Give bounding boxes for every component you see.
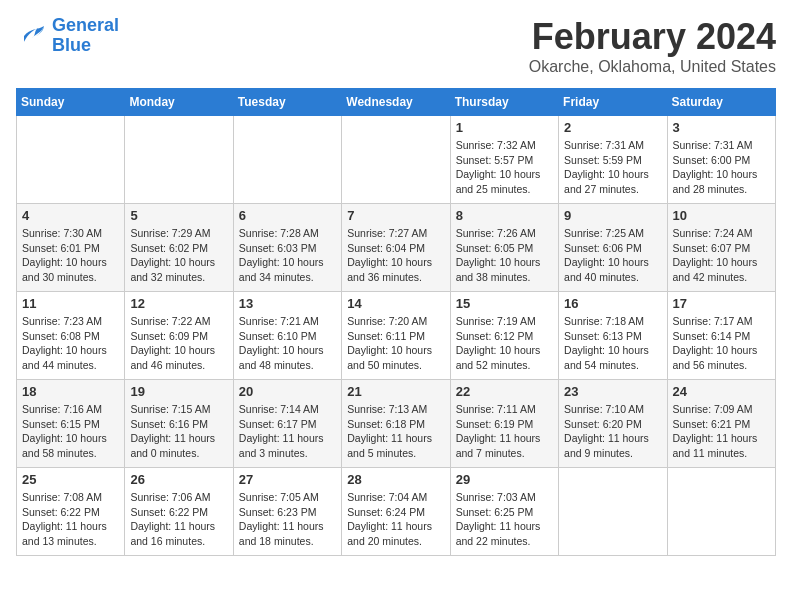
day-info: Sunrise: 7:08 AMSunset: 6:22 PMDaylight:… [22, 490, 119, 549]
calendar-cell: 24Sunrise: 7:09 AMSunset: 6:21 PMDayligh… [667, 380, 775, 468]
calendar-cell: 1Sunrise: 7:32 AMSunset: 5:57 PMDaylight… [450, 116, 558, 204]
calendar-cell [667, 468, 775, 556]
calendar-week-row: 18Sunrise: 7:16 AMSunset: 6:15 PMDayligh… [17, 380, 776, 468]
month-title: February 2024 [529, 16, 776, 58]
day-info: Sunrise: 7:21 AMSunset: 6:10 PMDaylight:… [239, 314, 336, 373]
weekday-header: Sunday [17, 89, 125, 116]
calendar-cell: 7Sunrise: 7:27 AMSunset: 6:04 PMDaylight… [342, 204, 450, 292]
calendar-week-row: 4Sunrise: 7:30 AMSunset: 6:01 PMDaylight… [17, 204, 776, 292]
day-info: Sunrise: 7:26 AMSunset: 6:05 PMDaylight:… [456, 226, 553, 285]
day-info: Sunrise: 7:06 AMSunset: 6:22 PMDaylight:… [130, 490, 227, 549]
day-info: Sunrise: 7:31 AMSunset: 6:00 PMDaylight:… [673, 138, 770, 197]
calendar-header-row: SundayMondayTuesdayWednesdayThursdayFrid… [17, 89, 776, 116]
calendar-cell: 6Sunrise: 7:28 AMSunset: 6:03 PMDaylight… [233, 204, 341, 292]
calendar-cell: 11Sunrise: 7:23 AMSunset: 6:08 PMDayligh… [17, 292, 125, 380]
calendar-cell: 27Sunrise: 7:05 AMSunset: 6:23 PMDayligh… [233, 468, 341, 556]
calendar-cell [559, 468, 667, 556]
day-info: Sunrise: 7:10 AMSunset: 6:20 PMDaylight:… [564, 402, 661, 461]
day-info: Sunrise: 7:03 AMSunset: 6:25 PMDaylight:… [456, 490, 553, 549]
day-number: 6 [239, 208, 336, 223]
calendar-cell: 12Sunrise: 7:22 AMSunset: 6:09 PMDayligh… [125, 292, 233, 380]
calendar-cell: 13Sunrise: 7:21 AMSunset: 6:10 PMDayligh… [233, 292, 341, 380]
calendar-week-row: 25Sunrise: 7:08 AMSunset: 6:22 PMDayligh… [17, 468, 776, 556]
calendar-cell: 20Sunrise: 7:14 AMSunset: 6:17 PMDayligh… [233, 380, 341, 468]
calendar-cell: 15Sunrise: 7:19 AMSunset: 6:12 PMDayligh… [450, 292, 558, 380]
day-number: 5 [130, 208, 227, 223]
calendar-cell [125, 116, 233, 204]
calendar-week-row: 11Sunrise: 7:23 AMSunset: 6:08 PMDayligh… [17, 292, 776, 380]
day-number: 18 [22, 384, 119, 399]
calendar-cell: 19Sunrise: 7:15 AMSunset: 6:16 PMDayligh… [125, 380, 233, 468]
weekday-header: Saturday [667, 89, 775, 116]
day-info: Sunrise: 7:32 AMSunset: 5:57 PMDaylight:… [456, 138, 553, 197]
logo: General Blue [16, 16, 119, 56]
day-number: 10 [673, 208, 770, 223]
weekday-header: Friday [559, 89, 667, 116]
calendar-cell [233, 116, 341, 204]
day-number: 19 [130, 384, 227, 399]
day-info: Sunrise: 7:14 AMSunset: 6:17 PMDaylight:… [239, 402, 336, 461]
day-number: 26 [130, 472, 227, 487]
day-info: Sunrise: 7:18 AMSunset: 6:13 PMDaylight:… [564, 314, 661, 373]
day-number: 11 [22, 296, 119, 311]
day-number: 12 [130, 296, 227, 311]
day-number: 23 [564, 384, 661, 399]
calendar-cell: 10Sunrise: 7:24 AMSunset: 6:07 PMDayligh… [667, 204, 775, 292]
calendar-cell: 25Sunrise: 7:08 AMSunset: 6:22 PMDayligh… [17, 468, 125, 556]
day-info: Sunrise: 7:22 AMSunset: 6:09 PMDaylight:… [130, 314, 227, 373]
day-info: Sunrise: 7:19 AMSunset: 6:12 PMDaylight:… [456, 314, 553, 373]
day-number: 1 [456, 120, 553, 135]
day-info: Sunrise: 7:29 AMSunset: 6:02 PMDaylight:… [130, 226, 227, 285]
day-number: 29 [456, 472, 553, 487]
day-number: 17 [673, 296, 770, 311]
weekday-header: Tuesday [233, 89, 341, 116]
day-number: 3 [673, 120, 770, 135]
calendar-week-row: 1Sunrise: 7:32 AMSunset: 5:57 PMDaylight… [17, 116, 776, 204]
day-info: Sunrise: 7:15 AMSunset: 6:16 PMDaylight:… [130, 402, 227, 461]
day-number: 8 [456, 208, 553, 223]
logo-bird-icon [16, 22, 48, 50]
weekday-header: Wednesday [342, 89, 450, 116]
location-title: Okarche, Oklahoma, United States [529, 58, 776, 76]
day-info: Sunrise: 7:24 AMSunset: 6:07 PMDaylight:… [673, 226, 770, 285]
day-info: Sunrise: 7:04 AMSunset: 6:24 PMDaylight:… [347, 490, 444, 549]
day-number: 16 [564, 296, 661, 311]
calendar-cell: 21Sunrise: 7:13 AMSunset: 6:18 PMDayligh… [342, 380, 450, 468]
calendar-cell [17, 116, 125, 204]
day-info: Sunrise: 7:30 AMSunset: 6:01 PMDaylight:… [22, 226, 119, 285]
day-info: Sunrise: 7:20 AMSunset: 6:11 PMDaylight:… [347, 314, 444, 373]
calendar-cell: 14Sunrise: 7:20 AMSunset: 6:11 PMDayligh… [342, 292, 450, 380]
day-number: 15 [456, 296, 553, 311]
calendar-cell: 28Sunrise: 7:04 AMSunset: 6:24 PMDayligh… [342, 468, 450, 556]
day-number: 24 [673, 384, 770, 399]
calendar-cell: 18Sunrise: 7:16 AMSunset: 6:15 PMDayligh… [17, 380, 125, 468]
calendar-cell: 26Sunrise: 7:06 AMSunset: 6:22 PMDayligh… [125, 468, 233, 556]
day-number: 14 [347, 296, 444, 311]
day-number: 7 [347, 208, 444, 223]
calendar-cell: 2Sunrise: 7:31 AMSunset: 5:59 PMDaylight… [559, 116, 667, 204]
day-info: Sunrise: 7:17 AMSunset: 6:14 PMDaylight:… [673, 314, 770, 373]
calendar-cell: 29Sunrise: 7:03 AMSunset: 6:25 PMDayligh… [450, 468, 558, 556]
day-info: Sunrise: 7:23 AMSunset: 6:08 PMDaylight:… [22, 314, 119, 373]
day-info: Sunrise: 7:25 AMSunset: 6:06 PMDaylight:… [564, 226, 661, 285]
day-info: Sunrise: 7:27 AMSunset: 6:04 PMDaylight:… [347, 226, 444, 285]
day-number: 22 [456, 384, 553, 399]
day-number: 13 [239, 296, 336, 311]
calendar-cell: 17Sunrise: 7:17 AMSunset: 6:14 PMDayligh… [667, 292, 775, 380]
title-block: February 2024 Okarche, Oklahoma, United … [529, 16, 776, 76]
calendar-cell: 3Sunrise: 7:31 AMSunset: 6:00 PMDaylight… [667, 116, 775, 204]
weekday-header: Monday [125, 89, 233, 116]
calendar-cell: 16Sunrise: 7:18 AMSunset: 6:13 PMDayligh… [559, 292, 667, 380]
page-header: General Blue February 2024 Okarche, Okla… [16, 16, 776, 76]
calendar-cell [342, 116, 450, 204]
day-number: 4 [22, 208, 119, 223]
day-number: 28 [347, 472, 444, 487]
day-number: 27 [239, 472, 336, 487]
day-info: Sunrise: 7:13 AMSunset: 6:18 PMDaylight:… [347, 402, 444, 461]
calendar-cell: 23Sunrise: 7:10 AMSunset: 6:20 PMDayligh… [559, 380, 667, 468]
calendar-cell: 5Sunrise: 7:29 AMSunset: 6:02 PMDaylight… [125, 204, 233, 292]
calendar-table: SundayMondayTuesdayWednesdayThursdayFrid… [16, 88, 776, 556]
calendar-cell: 8Sunrise: 7:26 AMSunset: 6:05 PMDaylight… [450, 204, 558, 292]
day-number: 25 [22, 472, 119, 487]
day-number: 20 [239, 384, 336, 399]
